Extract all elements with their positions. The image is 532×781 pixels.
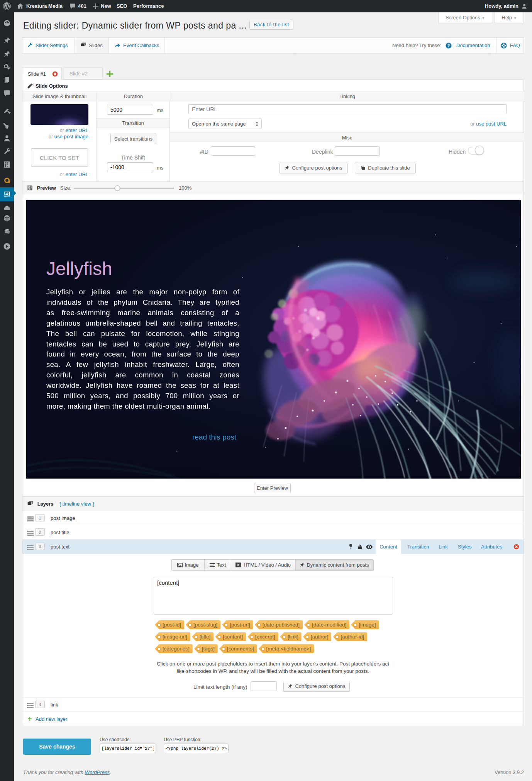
- svg-text:Jellyfish: Jellyfish: [46, 258, 112, 279]
- svg-text:?: ?: [447, 44, 450, 48]
